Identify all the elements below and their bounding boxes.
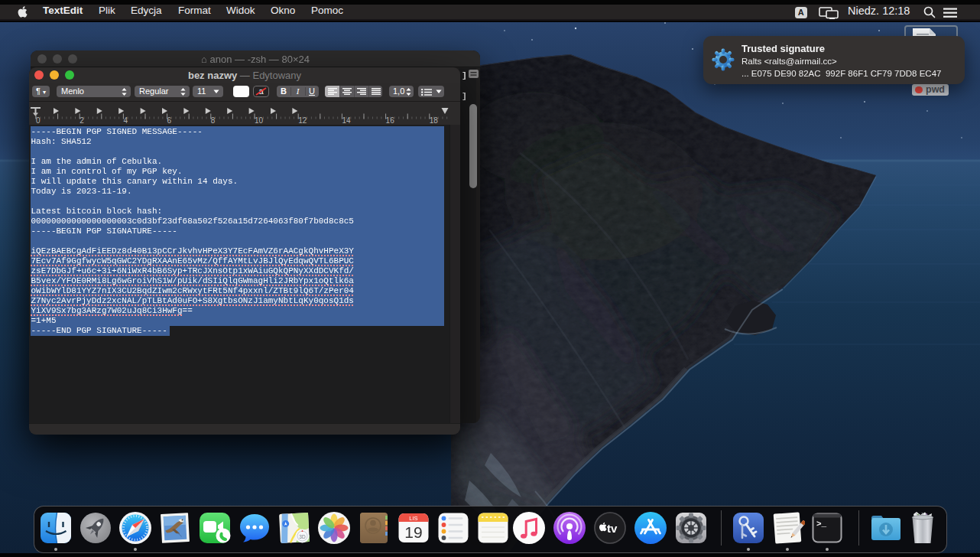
svg-text:4: 4: [123, 116, 128, 125]
svg-text:12: 12: [298, 116, 307, 125]
svg-text:8: 8: [211, 116, 216, 125]
svg-text:14: 14: [342, 116, 351, 125]
svg-text:3D: 3D: [299, 534, 306, 539]
svg-text:>_: >_: [816, 520, 827, 529]
svg-text:19: 19: [404, 523, 422, 541]
svg-text:6: 6: [167, 116, 172, 125]
svg-text:LIS: LIS: [409, 515, 417, 522]
svg-text:16: 16: [386, 116, 395, 125]
svg-text:2: 2: [80, 116, 84, 125]
svg-text:10: 10: [255, 116, 264, 125]
svg-text:0: 0: [36, 116, 41, 125]
svg-text:tv: tv: [607, 522, 618, 535]
svg-text:18: 18: [430, 116, 439, 125]
